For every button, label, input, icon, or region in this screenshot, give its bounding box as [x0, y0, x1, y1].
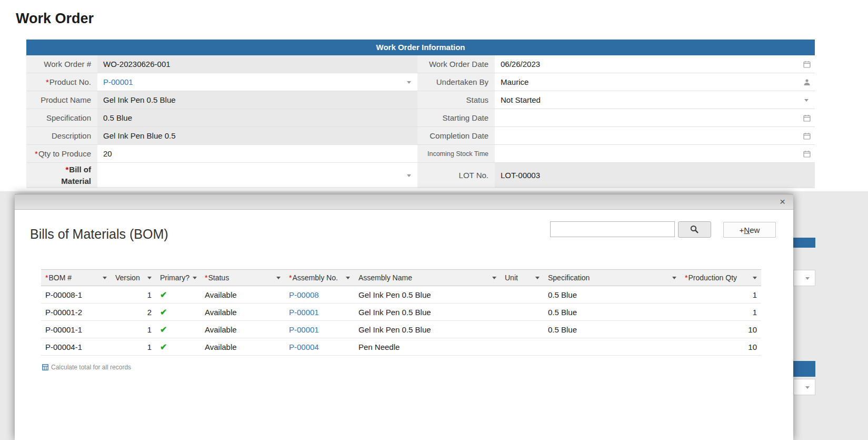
specification-cell: 0.5 Blue [544, 304, 681, 321]
completion-date-label: Completion Date [417, 127, 495, 145]
starting-date-field[interactable] [495, 109, 815, 127]
form-row: Description Gel Ink Pen Blue 0.5 Complet… [26, 127, 815, 145]
bom-number-cell: P-00001-1 [41, 321, 111, 338]
incoming-stock-time-field[interactable] [495, 145, 815, 163]
production-qty-cell: 1 [681, 304, 761, 321]
description-field[interactable]: Gel Ink Pen Blue 0.5 [97, 127, 417, 145]
bom-header-row: BOM # Version Primary? Status Assembly N… [41, 270, 761, 286]
status-field[interactable]: Not Started [495, 91, 815, 109]
calendar-icon[interactable] [803, 114, 811, 122]
work-order-date-field[interactable]: 06/26/2023 [495, 55, 815, 73]
column-header-primary[interactable]: Primary? [156, 270, 201, 286]
dropdown-caret-icon[interactable] [805, 386, 810, 389]
filter-caret-icon[interactable] [193, 277, 197, 279]
filter-caret-icon[interactable] [346, 277, 350, 279]
work-order-number-field[interactable]: WO-20230626-001 [97, 55, 417, 73]
column-header-assembly-name[interactable]: Assembly Name [354, 270, 501, 286]
product-name-field[interactable]: Gel Ink Pen 0.5 Blue [97, 91, 417, 109]
bom-table-row[interactable]: P-00001-2 2 ✔ Available P-00001 Gel Ink … [41, 304, 761, 321]
filter-caret-icon[interactable] [276, 277, 281, 279]
bom-number-cell: P-00004-1 [41, 338, 111, 356]
modal-titlebar[interactable]: × [15, 194, 793, 210]
form-row: Work Order # WO-20230626-001 Work Order … [26, 55, 815, 73]
modal-title: Bills of Materials (BOM) [30, 227, 168, 242]
column-header-bom-number[interactable]: BOM # [41, 270, 111, 286]
status-cell: Available [201, 338, 285, 356]
lot-no-label: LOT No. [417, 163, 495, 188]
version-cell: 1 [111, 338, 156, 356]
bill-of-material-field[interactable] [97, 163, 417, 188]
filter-caret-icon[interactable] [103, 277, 107, 279]
product-no-label: Product No. [26, 73, 97, 91]
unit-cell [501, 304, 544, 321]
product-no-field[interactable]: P-00001 [97, 73, 417, 91]
plus-icon: + [740, 226, 744, 234]
bom-table-row[interactable]: P-00004-1 1 ✔ Available P-00004 Pen Need… [41, 338, 761, 356]
filter-caret-icon[interactable] [535, 277, 540, 279]
column-header-unit[interactable]: Unit [501, 270, 544, 286]
qty-to-produce-field[interactable]: 20 [97, 145, 417, 163]
calendar-icon[interactable] [803, 61, 811, 68]
assembly-no-link[interactable]: P-00001 [289, 325, 319, 334]
column-header-version[interactable]: Version [111, 270, 156, 286]
search-button[interactable] [678, 221, 711, 238]
calendar-icon[interactable] [803, 150, 811, 158]
assembly-no-link[interactable]: P-00004 [289, 343, 319, 351]
completion-date-field[interactable] [495, 127, 815, 145]
column-header-production-qty[interactable]: Production Qty [681, 270, 761, 286]
assembly-no-cell: P-00004 [285, 338, 354, 356]
unit-cell [501, 286, 544, 304]
qty-to-produce-label: Qty to Produce [26, 145, 97, 163]
assembly-no-cell: P-00008 [285, 286, 354, 304]
status-label: Status [417, 91, 495, 109]
column-header-specification[interactable]: Specification [544, 270, 681, 286]
bom-table-row[interactable]: P-00008-1 1 ✔ Available P-00008 Gel Ink … [41, 286, 761, 304]
assembly-no-link[interactable]: P-00008 [289, 290, 319, 299]
person-icon[interactable] [803, 79, 811, 86]
form-row: Qty to Produce 20 Incoming Stock Time [26, 145, 815, 163]
primary-cell: ✔ [156, 338, 201, 356]
column-header-status[interactable]: Status [201, 270, 285, 286]
primary-cell: ✔ [156, 286, 201, 304]
work-order-form: Work Order Information Work Order # WO-2… [26, 40, 815, 188]
calculate-total-link[interactable]: Calculate total for all records [42, 364, 131, 371]
status-cell: Available [201, 304, 285, 321]
bom-search-input[interactable] [550, 221, 675, 237]
new-button[interactable]: +New [723, 222, 776, 238]
dropdown-caret-icon[interactable] [407, 81, 411, 84]
filter-caret-icon[interactable] [672, 277, 676, 279]
search-icon [690, 225, 699, 234]
filter-caret-icon[interactable] [147, 277, 152, 279]
specification-field[interactable]: 0.5 Blue [97, 109, 417, 127]
dropdown-caret-icon[interactable] [407, 174, 411, 177]
undertaken-by-field[interactable]: Maurice [495, 73, 815, 91]
assembly-name-cell: Gel Ink Pen 0.5 Blue [354, 321, 501, 338]
unit-cell [501, 338, 544, 356]
assembly-no-cell: P-00001 [285, 304, 354, 321]
unit-cell [501, 321, 544, 338]
close-icon[interactable]: × [780, 196, 785, 208]
assembly-name-cell: Pen Needle [354, 338, 501, 356]
version-cell: 2 [111, 304, 156, 321]
version-cell: 1 [111, 286, 156, 304]
assembly-no-link[interactable]: P-00001 [289, 308, 319, 317]
calendar-icon[interactable] [803, 132, 811, 140]
starting-date-label: Starting Date [417, 109, 495, 127]
check-icon: ✔ [160, 308, 167, 317]
production-qty-cell: 1 [681, 286, 761, 304]
column-header-assembly-no[interactable]: Assembly No. [285, 270, 354, 286]
product-name-label: Product Name [26, 91, 97, 109]
filter-caret-icon[interactable] [753, 277, 757, 279]
background-dropdown-fragment[interactable] [793, 270, 815, 286]
form-row: Specification 0.5 Blue Starting Date [26, 109, 815, 127]
form-row: Bill of Material LOT No. LOT-00003 [26, 163, 815, 188]
bom-table-row[interactable]: P-00001-1 1 ✔ Available P-00001 Gel Ink … [41, 321, 761, 338]
specification-cell: 0.5 Blue [544, 321, 681, 338]
filter-caret-icon[interactable] [492, 277, 496, 279]
background-dropdown-fragment[interactable] [793, 379, 815, 395]
assembly-name-cell: Gel Ink Pen 0.5 Blue [354, 304, 501, 321]
dropdown-caret-icon[interactable] [805, 277, 810, 280]
dropdown-caret-icon[interactable] [804, 99, 809, 102]
lot-no-field[interactable]: LOT-00003 [495, 163, 815, 188]
page-title: Work Order [16, 11, 94, 27]
